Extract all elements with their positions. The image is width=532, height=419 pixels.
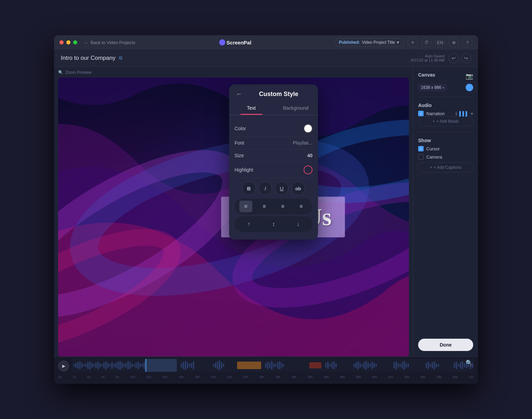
canvas-size-selector[interactable]: 1638 x 986 ▾	[418, 84, 447, 91]
camera-checkbox[interactable]	[418, 154, 424, 160]
svg-rect-73	[329, 364, 331, 367]
window-controls	[59, 40, 77, 44]
svg-rect-50	[185, 361, 186, 370]
narration-icons: ℹ ▌▌▌ ▾	[455, 111, 473, 116]
modal-title: Custom Style	[246, 91, 311, 98]
back-to-projects[interactable]: ← Back to Video Projects	[84, 40, 135, 45]
done-button[interactable]: Done	[418, 339, 473, 351]
zoom-preview-label: Zoom Preview	[65, 70, 92, 75]
svg-rect-29	[145, 359, 177, 372]
svg-rect-80	[359, 363, 361, 368]
svg-rect-9	[73, 364, 75, 367]
maximize-button[interactable]	[73, 40, 77, 44]
language-icon-button[interactable]: EN	[435, 37, 445, 48]
svg-rect-16	[87, 362, 89, 369]
close-button[interactable]	[59, 40, 64, 44]
svg-rect-46	[142, 364, 143, 367]
svg-rect-58	[219, 361, 221, 370]
svg-rect-69	[281, 363, 282, 368]
narration-bars-icon[interactable]: ▌▌▌	[459, 111, 469, 116]
strikethrough-button[interactable]: ab	[291, 181, 305, 195]
minimize-button[interactable]	[66, 40, 70, 44]
canvas-header: Canvas 📷	[418, 72, 473, 80]
align-center-button[interactable]: ≡	[258, 201, 271, 212]
svg-rect-95	[405, 363, 407, 368]
svg-rect-30	[237, 362, 261, 369]
show-title: Show	[418, 138, 473, 143]
canvas-area: 🔍 Zoom Preview	[54, 67, 413, 356]
svg-rect-20	[95, 363, 97, 368]
narration-checkbox[interactable]: ✓	[418, 111, 424, 116]
play-button[interactable]: ▶	[58, 361, 69, 371]
font-value[interactable]: Playfair...	[293, 140, 312, 146]
svg-rect-52	[189, 364, 190, 367]
svg-rect-33	[116, 363, 117, 368]
valign-top-button[interactable]: ↑	[242, 218, 255, 230]
clock-icon-button[interactable]: ⏱	[421, 37, 431, 48]
help-icon-button[interactable]: ?	[462, 37, 473, 48]
narration-chevron-icon[interactable]: ▾	[471, 111, 473, 116]
autosave-label: Auto Saved	[411, 54, 444, 58]
color-picker[interactable]	[304, 124, 312, 133]
add-captions-icon: +	[430, 165, 432, 170]
svg-rect-39	[128, 361, 129, 369]
timeline-timestamps: 0s 2s 4s 6s 8s 10s 12s 14s 16s 18s 20s 2…	[54, 375, 478, 379]
redo-button[interactable]: ↪	[461, 53, 471, 63]
align-right-button[interactable]: ≡	[276, 201, 289, 212]
svg-rect-51	[187, 362, 188, 368]
svg-rect-70	[283, 364, 284, 366]
italic-button[interactable]: I	[258, 181, 272, 195]
svg-rect-84	[368, 363, 369, 368]
svg-rect-13	[81, 363, 83, 368]
video-canvas[interactable]: About Us ← Custom Style Text	[58, 78, 409, 356]
tab-background[interactable]: Background	[274, 103, 318, 115]
highlight-picker[interactable]	[304, 165, 312, 174]
autosave-area: Auto Saved 9/27/22 at 11:38 AM ↩ ↪	[411, 53, 471, 63]
edit-title-icon[interactable]: ⧉	[119, 55, 122, 61]
valign-bottom-button[interactable]: ↓	[292, 218, 305, 230]
color-row: Color	[235, 121, 312, 137]
timeline-search-icon[interactable]: 🔍	[466, 360, 473, 366]
size-row: Size 40	[235, 149, 312, 162]
layers-icon-button[interactable]: ⊕	[449, 37, 459, 48]
svg-rect-66	[275, 364, 277, 367]
align-justify-button[interactable]: ≡	[295, 201, 308, 212]
svg-rect-42	[133, 364, 135, 366]
svg-rect-10	[75, 363, 77, 368]
canvas-toggle[interactable]	[466, 84, 473, 91]
narration-info-icon[interactable]: ℹ	[455, 111, 457, 116]
add-music-button[interactable]: + + Add Music	[418, 116, 473, 126]
svg-rect-11	[77, 362, 79, 368]
logo-text: ScreenPal	[227, 40, 252, 45]
tab-text[interactable]: Text	[229, 103, 274, 115]
publish-button[interactable]: Published: Video Project Title ▾	[335, 38, 404, 47]
underline-button[interactable]: U	[275, 181, 289, 195]
svg-rect-106	[458, 364, 459, 367]
svg-rect-105	[456, 362, 457, 369]
list-icon-button[interactable]: ≡	[408, 37, 418, 48]
autosave-info: Auto Saved 9/27/22 at 11:38 AM	[411, 54, 444, 62]
cursor-checkbox[interactable]: ✓	[418, 146, 424, 151]
svg-rect-64	[271, 361, 272, 370]
undo-button[interactable]: ↩	[449, 53, 459, 63]
camera-capture-icon[interactable]: 📷	[466, 72, 473, 80]
svg-rect-72	[327, 362, 329, 369]
svg-rect-37	[123, 364, 125, 367]
bold-button[interactable]: B	[242, 181, 256, 195]
modal-back-button[interactable]: ←	[236, 91, 242, 98]
svg-rect-75	[333, 361, 335, 369]
modal-body: Color Font Playfair... Size	[229, 118, 318, 240]
back-arrow-icon: ←	[84, 40, 89, 45]
valign-middle-button[interactable]: ↕	[267, 218, 280, 230]
svg-rect-114	[146, 359, 146, 372]
add-captions-button[interactable]: + + Add Captions	[418, 162, 473, 173]
svg-rect-65	[273, 363, 275, 367]
cursor-label: Cursor	[426, 146, 440, 151]
size-value[interactable]: 40	[307, 153, 312, 158]
svg-rect-53	[191, 363, 192, 368]
svg-rect-27	[109, 364, 111, 367]
svg-rect-102	[436, 363, 437, 367]
svg-rect-78	[356, 362, 357, 368]
svg-rect-15	[85, 364, 87, 367]
align-left-button[interactable]: ≡	[239, 201, 252, 212]
